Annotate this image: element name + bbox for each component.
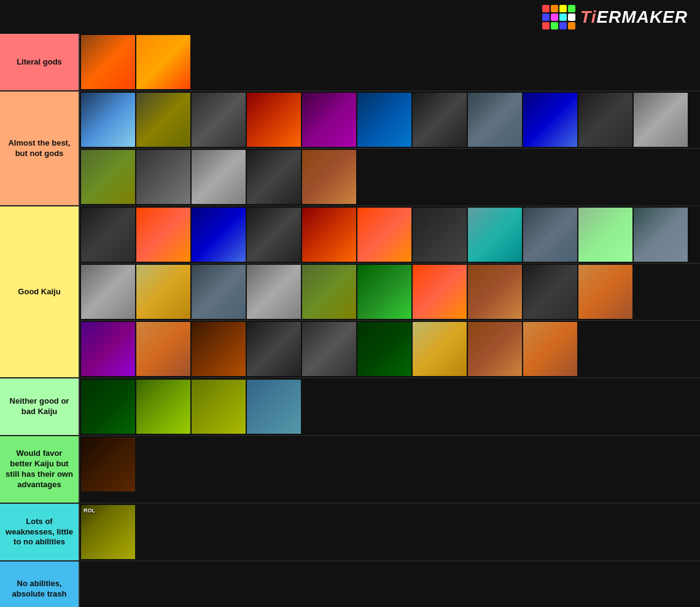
kaiju-cell[interactable] — [468, 322, 522, 376]
kaiju-cell[interactable] — [413, 265, 467, 319]
kaiju-image — [468, 93, 522, 147]
tier-content-neither — [79, 378, 700, 435]
kaiju-cell[interactable] — [247, 208, 301, 262]
kaiju-image — [81, 437, 135, 491]
header: TiERMAKER — [0, 0, 700, 34]
kaiju-cell[interactable] — [136, 150, 190, 204]
kaiju-cell[interactable] — [81, 322, 135, 376]
kaiju-image — [468, 322, 522, 376]
tiermaker-text: TiERMAKER — [580, 7, 688, 27]
kaiju-image — [136, 150, 190, 204]
kaiju-cell[interactable] — [136, 322, 190, 376]
kaiju-cell[interactable] — [136, 208, 190, 262]
kaiju-cell[interactable] — [468, 208, 522, 262]
tier-content-almost-best — [79, 92, 700, 205]
kaiju-cell[interactable] — [192, 150, 246, 204]
tier-line — [80, 562, 700, 607]
kaiju-cell[interactable] — [468, 93, 522, 147]
logo-grid-icon — [542, 5, 575, 29]
kaiju-cell[interactable] — [302, 150, 356, 204]
kaiju-image — [247, 380, 301, 434]
kaiju-cell[interactable] — [192, 208, 246, 262]
kaiju-cell[interactable] — [192, 93, 246, 147]
kaiju-cell[interactable] — [523, 265, 577, 319]
kaiju-image — [413, 265, 467, 319]
kaiju-cell[interactable] — [247, 93, 301, 147]
logo-cell — [568, 5, 575, 12]
kaiju-cell[interactable] — [81, 437, 135, 491]
kaiju-cell[interactable] — [357, 265, 411, 319]
kaiju-cell[interactable] — [136, 93, 190, 147]
logo-cell — [551, 22, 558, 29]
kaiju-cell[interactable] — [578, 265, 632, 319]
kaiju-image — [468, 208, 522, 262]
kaiju-image — [413, 322, 467, 376]
kaiju-cell[interactable] — [136, 380, 190, 434]
logo-cell — [568, 22, 575, 29]
kaiju-cell[interactable] — [413, 322, 467, 376]
kaiju-cell[interactable] — [578, 208, 632, 262]
kaiju-image — [136, 380, 190, 434]
kaiju-cell[interactable] — [578, 93, 632, 147]
kaiju-image — [302, 322, 356, 376]
tier-content-good-kaiju — [79, 206, 700, 377]
kaiju-cell[interactable]: ROL — [81, 505, 135, 559]
kaiju-cell[interactable] — [634, 93, 688, 147]
kaiju-cell[interactable] — [302, 265, 356, 319]
kaiju-cell[interactable] — [81, 380, 135, 434]
logo-cell — [542, 14, 550, 21]
kaiju-image — [136, 265, 190, 319]
kaiju-image — [136, 208, 190, 262]
kaiju-cell[interactable] — [81, 265, 135, 319]
tier-line — [80, 149, 700, 205]
kaiju-cell[interactable] — [192, 322, 246, 376]
kaiju-cell[interactable] — [413, 208, 467, 262]
tier-row-neither: Neither good or bad Kaiju — [0, 378, 700, 436]
kaiju-cell[interactable] — [523, 93, 577, 147]
kaiju-cell[interactable] — [192, 265, 246, 319]
kaiju-cell[interactable] — [192, 380, 246, 434]
tier-label-good-kaiju: Good Kaiju — [0, 206, 79, 377]
kaiju-cell[interactable] — [357, 322, 411, 376]
tier-label-would-favor: Would favor better Kaiju but still has t… — [0, 436, 79, 503]
kaiju-cell[interactable] — [81, 93, 135, 147]
kaiju-image — [357, 322, 411, 376]
kaiju-image — [247, 322, 301, 376]
kaiju-image — [192, 150, 246, 204]
kaiju-image — [523, 265, 577, 319]
kaiju-cell[interactable] — [357, 208, 411, 262]
kaiju-cell[interactable] — [634, 208, 688, 262]
logo-cell — [559, 14, 567, 21]
kaiju-cell[interactable] — [136, 35, 190, 89]
logo-cell — [542, 5, 550, 12]
kaiju-cell[interactable] — [81, 150, 135, 204]
kaiju-cell[interactable] — [523, 322, 577, 376]
kaiju-image — [247, 150, 301, 204]
tier-line — [80, 378, 700, 435]
logo-cell — [542, 22, 550, 29]
tier-content-no-abilities — [79, 562, 700, 607]
kaiju-cell[interactable] — [302, 208, 356, 262]
kaiju-cell[interactable] — [247, 265, 301, 319]
kaiju-image — [302, 208, 356, 262]
kaiju-cell[interactable] — [136, 265, 190, 319]
kaiju-image — [247, 208, 301, 262]
kaiju-cell[interactable] — [247, 322, 301, 376]
kaiju-image — [523, 208, 577, 262]
kaiju-cell[interactable] — [247, 380, 301, 434]
kaiju-cell[interactable] — [247, 150, 301, 204]
logo-cell — [568, 14, 575, 21]
kaiju-image — [136, 93, 190, 147]
tier-line — [80, 321, 700, 377]
kaiju-cell[interactable] — [357, 93, 411, 147]
kaiju-cell[interactable] — [413, 93, 467, 147]
kaiju-cell[interactable] — [81, 35, 135, 89]
kaiju-cell[interactable] — [302, 93, 356, 147]
kaiju-cell[interactable] — [302, 322, 356, 376]
kaiju-cell[interactable] — [468, 265, 522, 319]
tier-label-lots-weaknesses: Lots of weaknesses, little to no abiliti… — [0, 504, 79, 560]
kaiju-image: ROL — [81, 505, 135, 559]
kaiju-cell[interactable] — [523, 208, 577, 262]
kaiju-cell[interactable] — [81, 208, 135, 262]
kaiju-image — [192, 322, 246, 376]
